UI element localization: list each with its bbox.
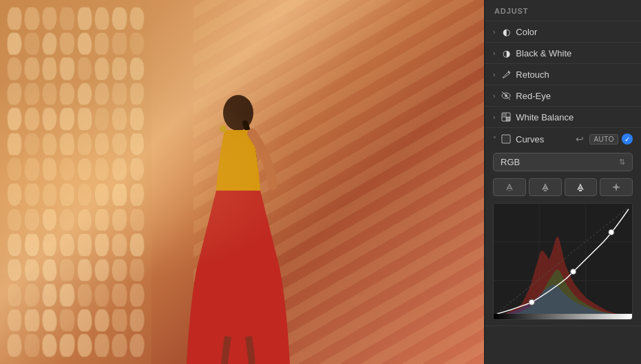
bw-chevron: › [493,50,495,57]
rgb-dropdown[interactable]: RGB ⇅ [493,153,633,171]
dropdown-arrows-icon: ⇅ [619,158,625,167]
curves-check-button[interactable]: ✓ [622,133,633,144]
svg-rect-20 [579,190,582,191]
add-control-point-button[interactable] [600,178,633,196]
curves-auto-badge[interactable]: AUTO [589,134,618,144]
svg-rect-10 [502,135,510,143]
svg-point-30 [529,299,534,305]
retouch-chevron: › [493,71,495,78]
bw-circle-icon: ◑ [501,47,512,58]
svg-point-31 [571,269,576,275]
curves-graph[interactable] [493,203,633,320]
panel-header: ADJUST [485,0,641,21]
photo-overlay [0,0,484,364]
gray-point-button[interactable] [529,178,562,196]
svg-rect-8 [502,113,506,117]
retouch-icon [501,69,512,80]
white-balance-label: White Balance [516,112,633,122]
color-chevron: › [493,28,495,36]
white-balance-item[interactable]: › White Balance [485,107,641,128]
adjust-panel: ADJUST › ◐ Color › ◑ Black & White › Ret… [484,0,641,364]
color-circle-icon: ◐ [501,26,512,37]
white-balance-icon [501,111,512,122]
retouch-item[interactable]: › Retouch [485,64,641,85]
svg-rect-18 [544,190,547,191]
photo-area [0,0,484,364]
wb-chevron: › [493,114,495,121]
eyedropper-bar [485,174,641,200]
red-eye-label: Red-Eye [516,91,633,101]
curves-header[interactable]: ˅ Curves ↩ AUTO ✓ [485,128,641,150]
svg-rect-16 [508,190,511,191]
curves-actions: ↩ AUTO ✓ [574,133,633,145]
curves-chevron: ˅ [493,136,496,143]
curves-label: Curves [516,134,569,144]
curves-icon [501,133,512,144]
color-label: Color [516,27,633,37]
curves-section: ˅ Curves ↩ AUTO ✓ RGB ⇅ [485,128,641,326]
panel-title: ADJUST [494,7,528,15]
black-white-item[interactable]: › ◑ Black & White [485,43,641,64]
bw-label: Black & White [516,48,633,58]
svg-rect-9 [506,117,510,121]
red-eye-item[interactable]: › Red-Eye [485,85,641,107]
rgb-label: RGB [501,157,520,167]
svg-point-32 [609,230,614,235]
black-point-button[interactable] [493,178,526,196]
red-eye-chevron: › [493,92,495,100]
red-eye-icon [501,90,512,101]
curves-svg [494,204,632,319]
white-point-button[interactable] [565,178,598,196]
svg-rect-33 [494,314,632,319]
photo-background [0,0,484,364]
curves-undo-button[interactable]: ↩ [574,133,586,145]
color-item[interactable]: › ◐ Color [485,21,641,43]
retouch-label: Retouch [516,69,633,80]
